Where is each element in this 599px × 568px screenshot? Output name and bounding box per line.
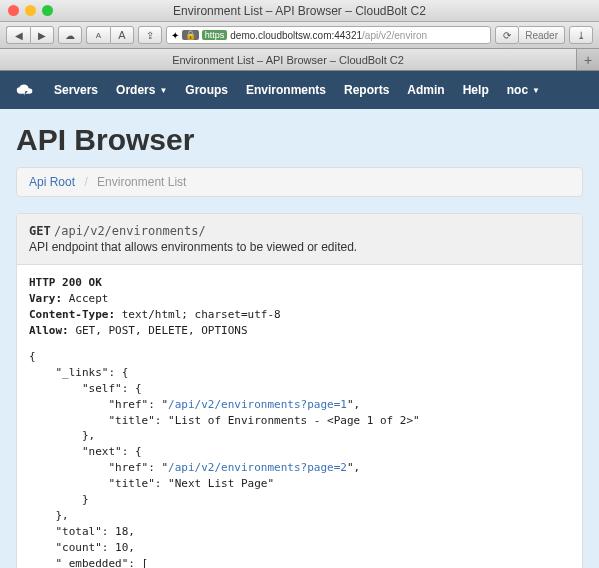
back-button[interactable]: ◀	[6, 26, 30, 44]
icloud-button[interactable]: ☁	[58, 26, 82, 44]
share-button[interactable]: ⇪	[138, 26, 162, 44]
status-line: HTTP 200 OK	[29, 276, 102, 289]
page-content: API Browser Api Root / Environment List …	[0, 109, 599, 568]
address-path: /api/v2/environ	[362, 30, 427, 41]
breadcrumb-sep: /	[84, 175, 87, 189]
chevron-down-icon: ▼	[532, 86, 540, 95]
nav-orders[interactable]: Orders▼	[116, 83, 167, 97]
breadcrumb: Api Root / Environment List	[16, 167, 583, 197]
nav-help[interactable]: Help	[463, 83, 489, 97]
nav-user-menu[interactable]: noc▼	[507, 83, 540, 97]
reload-button[interactable]: ⟳	[495, 26, 519, 44]
window-titlebar: Environment List – API Browser – CloudBo…	[0, 0, 599, 22]
nav-environments[interactable]: Environments	[246, 83, 326, 97]
font-smaller-button[interactable]: A	[86, 26, 110, 44]
address-bar[interactable]: ✦ 🔒 https demo.cloudboltsw.com:44321 /ap…	[166, 26, 491, 44]
close-window-button[interactable]	[8, 5, 19, 16]
site-favicon-icon: ✦	[171, 30, 182, 41]
chevron-down-icon: ▼	[159, 86, 167, 95]
window-traffic-lights	[8, 5, 53, 16]
breadcrumb-root-link[interactable]: Api Root	[29, 175, 75, 189]
forward-button[interactable]: ▶	[30, 26, 54, 44]
response-body-json: { "_links": { "self": { "href": "/api/v2…	[29, 349, 570, 568]
nav-reports[interactable]: Reports	[344, 83, 389, 97]
cloudbolt-logo-icon[interactable]	[14, 82, 36, 98]
address-host: demo.cloudboltsw.com:44321	[230, 30, 362, 41]
font-bigger-button[interactable]: A	[110, 26, 134, 44]
api-panel: GET /api/v2/environments/ API endpoint t…	[16, 213, 583, 568]
nav-groups[interactable]: Groups	[185, 83, 228, 97]
page-title: API Browser	[16, 109, 583, 167]
main-navbar: Servers Orders▼ Groups Environments Repo…	[0, 71, 599, 109]
nav-admin[interactable]: Admin	[407, 83, 444, 97]
request-method: GET	[29, 224, 51, 238]
tab-bar: Environment List – API Browser – CloudBo…	[0, 49, 599, 71]
minimize-window-button[interactable]	[25, 5, 36, 16]
api-request-header: GET /api/v2/environments/ API endpoint t…	[17, 214, 582, 265]
window-title: Environment List – API Browser – CloudBo…	[0, 4, 599, 18]
https-badge: https	[202, 30, 228, 40]
nav-servers[interactable]: Servers	[54, 83, 98, 97]
breadcrumb-current: Environment List	[97, 175, 186, 189]
lock-icon: 🔒	[182, 30, 199, 40]
reader-button[interactable]: Reader	[519, 26, 565, 44]
browser-tab[interactable]: Environment List – API Browser – CloudBo…	[0, 49, 577, 70]
browser-toolbar: ◀ ▶ ☁ A A ⇪ ✦ 🔒 https demo.cloudboltsw.c…	[0, 22, 599, 49]
zoom-window-button[interactable]	[42, 5, 53, 16]
request-path: /api/v2/environments/	[54, 224, 206, 238]
api-response: HTTP 200 OK Vary: Accept Content-Type: t…	[17, 265, 582, 568]
request-description: API endpoint that allows environments to…	[29, 240, 570, 254]
downloads-button[interactable]: ⤓	[569, 26, 593, 44]
new-tab-button[interactable]: +	[577, 49, 599, 70]
